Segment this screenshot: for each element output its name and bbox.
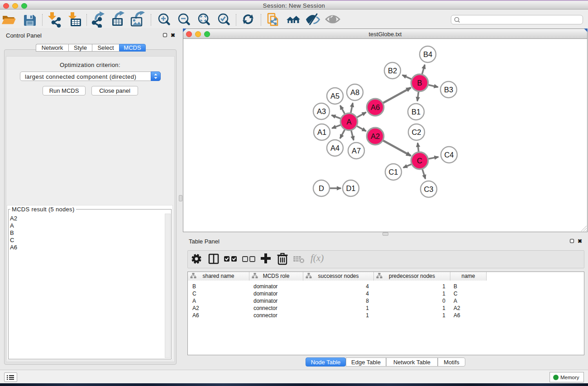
svg-text:A7: A7 — [352, 147, 361, 155]
svg-text:A4: A4 — [330, 144, 339, 152]
svg-text:C: C — [417, 157, 422, 165]
svg-text:A8: A8 — [350, 88, 359, 96]
svg-text:B1: B1 — [411, 108, 421, 116]
svg-text:D1: D1 — [346, 184, 355, 192]
svg-text:A6: A6 — [371, 103, 380, 111]
svg-text:A: A — [346, 118, 351, 126]
svg-text:D: D — [319, 184, 324, 192]
svg-text:A5: A5 — [330, 92, 339, 100]
svg-text:B2: B2 — [388, 67, 397, 75]
svg-text:A2: A2 — [371, 132, 380, 140]
svg-text:C1: C1 — [388, 168, 398, 176]
svg-text:B3: B3 — [444, 86, 453, 94]
svg-text:C2: C2 — [411, 128, 421, 136]
svg-text:B4: B4 — [423, 50, 432, 58]
svg-text:A3: A3 — [317, 107, 326, 115]
svg-text:C3: C3 — [424, 185, 433, 193]
svg-text:A1: A1 — [317, 128, 326, 136]
svg-text:B: B — [417, 79, 422, 87]
svg-text:C4: C4 — [444, 151, 454, 159]
